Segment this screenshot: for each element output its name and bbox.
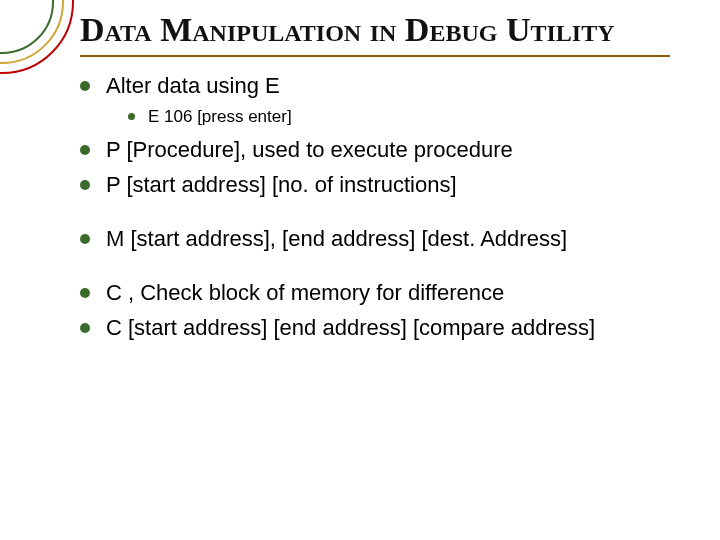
list-item: C [start address] [end address] [compare…	[80, 313, 670, 343]
slide-content: Data Manipulation in Debug Utility Alter…	[0, 0, 720, 540]
list-item: P [start address] [no. of instructions]	[80, 170, 670, 200]
list-item: P [Procedure], used to execute procedure	[80, 135, 670, 165]
bullet-list: M [start address], [end address] [dest. …	[80, 224, 670, 254]
bullet-text: P [Procedure], used to execute procedure	[106, 137, 513, 162]
spacer	[80, 206, 670, 224]
list-item: C , Check block of memory for difference	[80, 278, 670, 308]
bullet-list: Alter data using E E 106 [press enter] P…	[80, 71, 670, 200]
bullet-text: Alter data using E	[106, 73, 280, 98]
bullet-list: C , Check block of memory for difference…	[80, 278, 670, 343]
bullet-text: C , Check block of memory for difference	[106, 280, 504, 305]
list-item: Alter data using E E 106 [press enter]	[80, 71, 670, 128]
slide-title: Data Manipulation in Debug Utility	[80, 10, 670, 49]
sub-list: E 106 [press enter]	[128, 105, 670, 129]
list-item: E 106 [press enter]	[128, 105, 670, 129]
spacer	[80, 260, 670, 278]
corner-decoration	[0, 0, 80, 80]
bullet-text: M [start address], [end address] [dest. …	[106, 226, 567, 251]
title-underline	[80, 55, 670, 57]
bullet-text: E 106 [press enter]	[148, 107, 292, 126]
bullet-text: C [start address] [end address] [compare…	[106, 315, 595, 340]
list-item: M [start address], [end address] [dest. …	[80, 224, 670, 254]
bullet-text: P [start address] [no. of instructions]	[106, 172, 457, 197]
